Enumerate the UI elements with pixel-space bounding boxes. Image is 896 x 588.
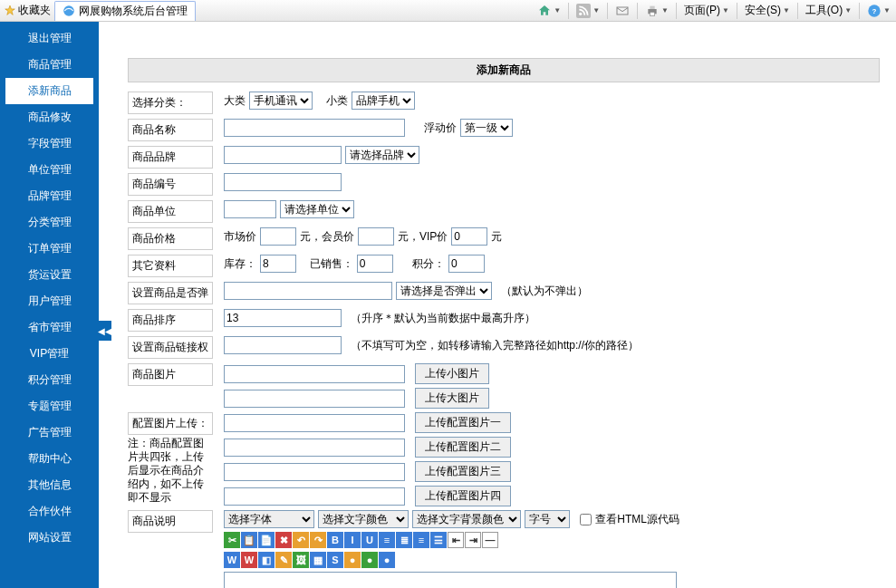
editor-icon[interactable]: ●: [379, 552, 395, 568]
print-button[interactable]: ▼: [643, 3, 670, 19]
cfg-img2-input[interactable]: [224, 439, 405, 457]
editor-align-right-icon[interactable]: ≡: [413, 532, 429, 548]
editor-underline-icon[interactable]: U: [361, 532, 378, 548]
browser-tab[interactable]: 网展购物系统后台管理: [54, 1, 196, 21]
sidebar-item-14[interactable]: 专题管理: [0, 393, 99, 419]
favorites-label[interactable]: 收藏夹: [18, 3, 51, 18]
upload-cfg3-button[interactable]: 上传配置图片三: [415, 461, 511, 482]
editor-align-left-icon[interactable]: ≡: [379, 532, 395, 548]
cfg-img3-input[interactable]: [224, 463, 405, 481]
sidebar-item-4[interactable]: 字段管理: [0, 130, 99, 157]
link-input[interactable]: [224, 336, 342, 354]
big-category-select[interactable]: 手机通讯: [249, 92, 313, 110]
brand-input[interactable]: [224, 146, 342, 164]
editor-outdent-icon[interactable]: ⇤: [448, 532, 464, 548]
editor-color-select[interactable]: 选择文字颜色: [318, 510, 409, 528]
editor-hr-icon[interactable]: —: [482, 532, 498, 548]
chevron-down-icon: ▼: [883, 6, 891, 14]
sidebar-item-6[interactable]: 品牌管理: [0, 183, 99, 209]
editor-icon[interactable]: ◧: [258, 552, 275, 568]
editor-size-select[interactable]: 字号: [525, 510, 570, 528]
sidebar-item-12[interactable]: VIP管理: [0, 341, 99, 367]
vip-price-input[interactable]: [451, 227, 487, 246]
page-menu[interactable]: 页面(P) ▼: [682, 2, 731, 19]
sidebar-item-16[interactable]: 帮助中心: [0, 446, 99, 472]
editor-redo-icon[interactable]: ↷: [310, 532, 326, 548]
editor-icon[interactable]: W: [241, 552, 257, 568]
upload-big-img-button[interactable]: 上传大图片: [415, 388, 489, 409]
small-img-input[interactable]: [224, 365, 405, 383]
unit-input[interactable]: [224, 200, 276, 218]
editor-indent-icon[interactable]: ⇥: [465, 532, 481, 548]
editor-icon[interactable]: ✖: [275, 532, 292, 548]
editor-icon[interactable]: ●: [361, 552, 378, 568]
favorites-star-icon[interactable]: [4, 5, 16, 17]
sidebar-item-0[interactable]: 退出管理: [0, 25, 99, 52]
editor-icon[interactable]: ✎: [275, 552, 292, 568]
sidebar-item-13[interactable]: 积分管理: [0, 367, 99, 393]
editor-list-icon[interactable]: ☰: [430, 532, 447, 548]
safety-menu[interactable]: 安全(S) ▼: [743, 2, 792, 19]
stock-input[interactable]: [260, 255, 296, 273]
sidebar-item-7[interactable]: 分类管理: [0, 209, 99, 236]
sidebar-item-5[interactable]: 单位管理: [0, 157, 99, 183]
small-category-select[interactable]: 品牌手机: [352, 92, 415, 110]
sidebar-item-10[interactable]: 用户管理: [0, 288, 99, 314]
cfg-note: 注：商品配置图片共四张，上传后显示在商品介绍内，如不上传即不显示: [128, 437, 213, 505]
label-price: 商品价格: [128, 227, 213, 250]
editor-icon[interactable]: ✂: [224, 532, 240, 548]
feed-button[interactable]: ▼: [574, 3, 602, 19]
home-button[interactable]: ▼: [535, 3, 563, 19]
brand-select[interactable]: 请选择品牌: [345, 146, 419, 164]
market-price-input[interactable]: [260, 227, 296, 246]
label-desc: 商品说明: [128, 510, 213, 533]
sidebar-item-19[interactable]: 网站设置: [0, 525, 99, 551]
code-input[interactable]: [224, 173, 342, 191]
editor-italic-icon[interactable]: I: [344, 532, 361, 548]
popup-select[interactable]: 请选择是否弹出: [396, 282, 492, 300]
sidebar-item-9[interactable]: 货运设置: [0, 262, 99, 288]
upload-cfg2-button[interactable]: 上传配置图片二: [415, 437, 511, 458]
upload-cfg1-button[interactable]: 上传配置图片一: [415, 412, 511, 433]
sidebar-collapse-button[interactable]: ◀◀: [99, 321, 111, 341]
view-html-checkbox[interactable]: [580, 514, 592, 525]
popup-input[interactable]: [224, 282, 392, 300]
sidebar-item-11[interactable]: 省市管理: [0, 314, 99, 341]
sidebar-item-17[interactable]: 其他信息: [0, 472, 99, 498]
help-button[interactable]: ? ▼: [865, 3, 892, 19]
upload-cfg4-button[interactable]: 上传配置图片四: [415, 486, 511, 506]
sidebar-item-18[interactable]: 合作伙伴: [0, 498, 99, 525]
mail-button[interactable]: [613, 3, 631, 19]
product-name-input[interactable]: [224, 119, 405, 137]
sold-input[interactable]: [357, 255, 393, 273]
editor-align-center-icon[interactable]: ≣: [396, 532, 412, 548]
sidebar-item-15[interactable]: 广告管理: [0, 419, 99, 446]
editor-font-select[interactable]: 选择字体: [224, 510, 314, 528]
sidebar-item-1[interactable]: 商品管理: [0, 52, 99, 78]
editor-image-icon[interactable]: 🖼: [293, 552, 309, 568]
sidebar-item-2[interactable]: 添新商品: [5, 78, 93, 104]
editor-icon[interactable]: 📄: [258, 532, 275, 548]
editor-icon[interactable]: ●: [344, 552, 361, 568]
toolbar-right: ▼ ▼ ▼ 页面(P) ▼ 安全(S) ▼ 工具(O) ▼ ? ▼: [535, 2, 892, 19]
cfg-img4-input[interactable]: [224, 487, 405, 506]
sidebar-item-3[interactable]: 商品修改: [0, 104, 99, 130]
editor-icon[interactable]: S: [327, 552, 343, 568]
cfg-img1-input[interactable]: [224, 414, 405, 432]
member-price-input[interactable]: [358, 227, 394, 246]
sort-input[interactable]: [224, 309, 342, 327]
big-img-input[interactable]: [224, 390, 405, 408]
unit-select[interactable]: 请选择单位: [280, 200, 354, 218]
float-price-select[interactable]: 第一级: [460, 119, 513, 137]
editor-bold-icon[interactable]: B: [327, 532, 343, 548]
upload-small-img-button[interactable]: 上传小图片: [415, 363, 489, 384]
editor-undo-icon[interactable]: ↶: [293, 532, 309, 548]
sidebar-item-8[interactable]: 订单管理: [0, 236, 99, 262]
editor-icon[interactable]: 📋: [241, 532, 257, 548]
editor-bg-select[interactable]: 选择文字背景颜色: [412, 510, 521, 528]
editor-textarea[interactable]: [224, 572, 677, 588]
points-input[interactable]: [448, 255, 485, 273]
editor-icon[interactable]: W: [224, 552, 240, 568]
editor-icon[interactable]: ▦: [310, 552, 326, 568]
tools-menu[interactable]: 工具(O) ▼: [804, 2, 853, 19]
